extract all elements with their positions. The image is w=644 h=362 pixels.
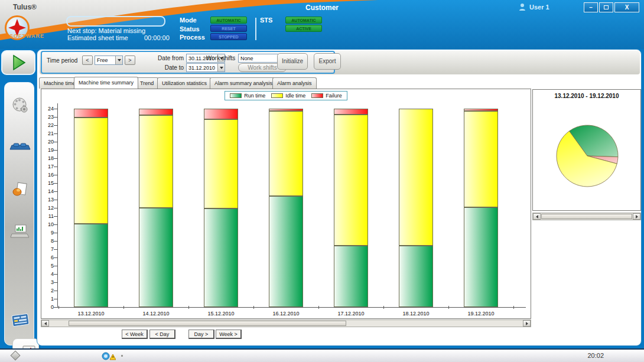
bar-segment-failure — [334, 109, 368, 115]
work-shifts-label: Work shifts — [206, 55, 235, 61]
program-name-input[interactable] — [66, 16, 165, 27]
taskbar-diamond-icon[interactable] — [11, 351, 21, 361]
sidebar-item-machine-bed[interactable] — [5, 136, 35, 159]
work-shifts-value: None — [239, 56, 279, 61]
main-panel: Time period < Free > Date from 30.11.201… — [37, 49, 642, 346]
tab-alarm-analysis[interactable]: Alarm analysis — [272, 77, 317, 89]
y-tick-label: 15 — [43, 180, 54, 186]
dropdown-arrow-icon[interactable] — [217, 64, 225, 71]
x-tick — [513, 306, 514, 309]
play-icon — [9, 54, 27, 71]
y-tick-label: 21 — [43, 131, 54, 136]
user-badge[interactable]: User 1 — [519, 3, 549, 11]
scroll-right-icon[interactable] — [633, 213, 640, 220]
scroll-left-icon[interactable] — [533, 213, 541, 220]
bar-segment-idle-time — [139, 115, 173, 208]
y-tick — [54, 299, 57, 299]
legend-swatch-icon — [311, 93, 323, 98]
scrollbar-thumb[interactable] — [69, 321, 346, 326]
x-category-label: 14.12.2010 — [123, 311, 188, 317]
date-to-select[interactable]: 31.12.2010 — [186, 63, 225, 72]
y-axis — [57, 103, 58, 308]
y-tick — [54, 266, 57, 266]
chart-horizontal-scrollbar[interactable] — [41, 319, 531, 327]
next-week-button[interactable]: Week > — [216, 330, 242, 339]
sidebar-item-machine-reports[interactable] — [5, 220, 35, 243]
maximize-button[interactable] — [599, 2, 613, 12]
legend-item: Failure — [311, 93, 342, 99]
y-tick-label: 20 — [43, 139, 54, 145]
turret-gear-icon — [11, 96, 29, 114]
logo-text: SOFTWARE — [9, 33, 44, 39]
time-period-label: Time period — [47, 57, 77, 64]
y-tick — [54, 224, 57, 225]
scroll-right-icon[interactable] — [523, 320, 531, 327]
schedule-icon — [9, 312, 31, 328]
y-tick — [54, 241, 57, 242]
time-period-select[interactable]: Free — [95, 56, 123, 65]
user-name: User 1 — [529, 4, 549, 11]
bar-segment-idle-time — [464, 111, 498, 207]
y-tick-label: 3 — [43, 279, 54, 285]
legend-swatch-icon — [230, 93, 242, 98]
y-tick — [54, 142, 57, 142]
sidebar-item-tooling[interactable] — [5, 93, 35, 117]
y-tick-label: 24 — [43, 106, 54, 112]
scroll-left-icon[interactable] — [41, 320, 49, 327]
y-tick — [54, 249, 57, 250]
bar-chart-panel: Run timeIdle timeFailure 012345678910111… — [41, 89, 531, 319]
machine-bed-icon — [9, 142, 31, 154]
pie-horizontal-scrollbar[interactable] — [532, 213, 641, 220]
y-tick-label: 4 — [43, 271, 54, 277]
x-tick — [58, 306, 59, 309]
y-tick-label: 16 — [43, 172, 54, 178]
y-tick — [54, 133, 57, 134]
initialize-button[interactable]: Initialize — [277, 53, 308, 70]
y-tick — [54, 233, 57, 233]
scrollbar-thumb[interactable] — [541, 214, 632, 219]
legend-item: Idle time — [271, 93, 305, 99]
utilization-pie-chart — [552, 120, 623, 191]
x-tick — [448, 306, 449, 309]
dropdown-arrow-icon[interactable] — [115, 56, 122, 64]
x-category-label: 19.12.2010 — [448, 311, 513, 317]
maximize-icon — [604, 5, 609, 9]
y-tick — [54, 257, 57, 258]
tab-alarm-summary-analysis[interactable]: Alarm summary analysis — [210, 77, 277, 89]
close-button[interactable]: X — [614, 2, 639, 12]
tab-machine-time-summary[interactable]: Machine time summary — [74, 77, 138, 89]
tab-trend[interactable]: Trend — [135, 77, 158, 89]
bar-segment-failure — [269, 109, 303, 111]
prev-day-button[interactable]: < Day — [149, 330, 175, 339]
tab-utilization-statistics[interactable]: Utilization statistics — [157, 77, 212, 89]
sidebar-item-schedule[interactable] — [5, 308, 35, 332]
legend-label: Run time — [244, 93, 265, 99]
sidebar-item-programs[interactable] — [5, 178, 35, 202]
time-period-prev-button[interactable]: < — [82, 56, 93, 65]
start-button[interactable] — [1, 50, 35, 75]
x-tick — [318, 306, 319, 309]
minimize-button[interactable]: – — [584, 2, 598, 12]
taskbar-app-alert-icon[interactable] — [102, 351, 116, 361]
bar-segment-idle-time — [399, 109, 433, 246]
estimated-sheet-time-value: 00:00:00 — [144, 34, 170, 41]
status-status-badge: RESET — [210, 25, 247, 32]
sts-state-badge: ACTIVE — [285, 25, 322, 32]
y-tick — [54, 150, 57, 151]
machine-report-icon — [10, 223, 30, 240]
next-day-button[interactable]: Day > — [188, 330, 214, 339]
pie-date-range-title: 13.12.2010 - 19.12.2010 — [533, 93, 640, 99]
bar-segment-run-time — [334, 246, 368, 307]
y-tick — [54, 167, 57, 167]
bar-segment-failure — [74, 109, 108, 118]
sts-label: STS — [260, 17, 272, 24]
export-button[interactable]: Export — [314, 53, 341, 70]
y-tick-label: 5 — [43, 263, 54, 269]
y-tick-label: 6 — [43, 255, 54, 260]
pie-chart-panel: 13.12.2010 - 19.12.2010 — [532, 89, 641, 211]
y-tick — [54, 125, 57, 126]
legend-item: Run time — [230, 93, 265, 99]
x-category-label: 16.12.2010 — [253, 311, 318, 317]
bar-segment-failure — [464, 109, 498, 111]
prev-week-button[interactable]: < Week — [122, 330, 148, 339]
